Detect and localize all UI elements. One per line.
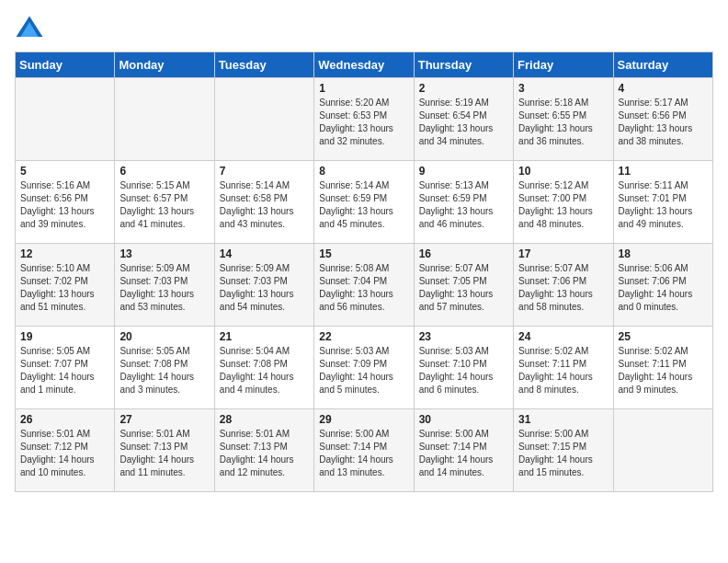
calendar-cell: 22Sunrise: 5:03 AMSunset: 7:09 PMDayligh… (314, 327, 414, 409)
logo-icon (15, 15, 44, 44)
calendar-week-row: 19Sunrise: 5:05 AMSunset: 7:07 PMDayligh… (16, 327, 713, 409)
day-info: Sunrise: 5:13 AMSunset: 6:59 PMDaylight:… (419, 179, 508, 231)
day-number: 21 (220, 330, 309, 343)
calendar-header: SundayMondayTuesdayWednesdayThursdayFrid… (16, 52, 713, 78)
page-header (15, 15, 713, 44)
calendar-cell: 30Sunrise: 5:00 AMSunset: 7:14 PMDayligh… (414, 409, 513, 492)
calendar-week-row: 12Sunrise: 5:10 AMSunset: 7:02 PMDayligh… (16, 244, 713, 327)
calendar-cell: 17Sunrise: 5:07 AMSunset: 7:06 PMDayligh… (514, 244, 613, 327)
day-number: 12 (20, 247, 109, 260)
day-info: Sunrise: 5:12 AMSunset: 7:00 PMDaylight:… (518, 179, 608, 231)
day-number: 14 (220, 247, 309, 260)
day-number: 27 (119, 413, 209, 426)
day-number: 28 (220, 413, 309, 426)
day-number: 5 (20, 165, 109, 178)
day-number: 22 (319, 330, 408, 343)
weekday-header: Tuesday (214, 52, 313, 78)
day-number: 6 (119, 165, 209, 178)
day-number: 3 (518, 82, 608, 95)
day-number: 16 (419, 247, 508, 260)
day-number: 1 (319, 82, 408, 95)
day-info: Sunrise: 5:04 AMSunset: 7:08 PMDaylight:… (220, 345, 309, 396)
calendar-cell: 14Sunrise: 5:09 AMSunset: 7:03 PMDayligh… (214, 244, 313, 327)
day-number: 11 (619, 165, 708, 178)
calendar-cell (115, 78, 214, 161)
day-info: Sunrise: 5:02 AMSunset: 7:11 PMDaylight:… (518, 345, 608, 396)
calendar-cell: 10Sunrise: 5:12 AMSunset: 7:00 PMDayligh… (514, 161, 613, 244)
day-number: 15 (319, 247, 408, 260)
day-number: 20 (119, 330, 209, 343)
calendar-cell: 20Sunrise: 5:05 AMSunset: 7:08 PMDayligh… (115, 327, 214, 409)
day-info: Sunrise: 5:06 AMSunset: 7:06 PMDaylight:… (619, 262, 708, 314)
weekday-header: Monday (115, 52, 214, 78)
day-info: Sunrise: 5:00 AMSunset: 7:15 PMDaylight:… (518, 428, 608, 479)
calendar-cell: 8Sunrise: 5:14 AMSunset: 6:59 PMDaylight… (314, 161, 414, 244)
day-info: Sunrise: 5:03 AMSunset: 7:10 PMDaylight:… (419, 345, 508, 396)
day-info: Sunrise: 5:16 AMSunset: 6:56 PMDaylight:… (20, 179, 109, 231)
day-info: Sunrise: 5:11 AMSunset: 7:01 PMDaylight:… (619, 179, 708, 231)
day-info: Sunrise: 5:10 AMSunset: 7:02 PMDaylight:… (20, 262, 109, 314)
day-number: 26 (20, 413, 109, 426)
day-number: 30 (419, 413, 508, 426)
day-info: Sunrise: 5:17 AMSunset: 6:56 PMDaylight:… (619, 97, 708, 148)
day-info: Sunrise: 5:09 AMSunset: 7:03 PMDaylight:… (119, 262, 209, 314)
day-number: 9 (419, 165, 508, 178)
day-number: 24 (518, 330, 608, 343)
day-number: 23 (419, 330, 508, 343)
day-info: Sunrise: 5:00 AMSunset: 7:14 PMDaylight:… (319, 428, 408, 479)
weekday-header: Saturday (613, 52, 712, 78)
day-number: 17 (518, 247, 608, 260)
day-info: Sunrise: 5:02 AMSunset: 7:11 PMDaylight:… (619, 345, 708, 396)
calendar-body: 1Sunrise: 5:20 AMSunset: 6:53 PMDaylight… (16, 78, 713, 492)
calendar-cell: 7Sunrise: 5:14 AMSunset: 6:58 PMDaylight… (214, 161, 313, 244)
day-info: Sunrise: 5:14 AMSunset: 6:59 PMDaylight:… (319, 179, 408, 231)
day-info: Sunrise: 5:08 AMSunset: 7:04 PMDaylight:… (319, 262, 408, 314)
day-info: Sunrise: 5:14 AMSunset: 6:58 PMDaylight:… (220, 179, 309, 231)
calendar-cell: 25Sunrise: 5:02 AMSunset: 7:11 PMDayligh… (613, 327, 712, 409)
day-info: Sunrise: 5:15 AMSunset: 6:57 PMDaylight:… (119, 179, 209, 231)
weekday-header: Thursday (414, 52, 513, 78)
calendar-cell: 9Sunrise: 5:13 AMSunset: 6:59 PMDaylight… (414, 161, 513, 244)
day-info: Sunrise: 5:19 AMSunset: 6:54 PMDaylight:… (419, 97, 508, 148)
calendar-week-row: 26Sunrise: 5:01 AMSunset: 7:12 PMDayligh… (16, 409, 713, 492)
day-info: Sunrise: 5:05 AMSunset: 7:08 PMDaylight:… (119, 345, 209, 396)
calendar-cell (214, 78, 313, 161)
calendar-cell: 2Sunrise: 5:19 AMSunset: 6:54 PMDaylight… (414, 78, 513, 161)
calendar-cell: 3Sunrise: 5:18 AMSunset: 6:55 PMDaylight… (514, 78, 613, 161)
weekday-header: Friday (514, 52, 613, 78)
calendar-week-row: 5Sunrise: 5:16 AMSunset: 6:56 PMDaylight… (16, 161, 713, 244)
calendar-table: SundayMondayTuesdayWednesdayThursdayFrid… (15, 52, 713, 492)
day-number: 8 (319, 165, 408, 178)
calendar-week-row: 1Sunrise: 5:20 AMSunset: 6:53 PMDaylight… (16, 78, 713, 161)
calendar-cell: 15Sunrise: 5:08 AMSunset: 7:04 PMDayligh… (314, 244, 414, 327)
calendar-cell (16, 78, 115, 161)
day-number: 29 (319, 413, 408, 426)
calendar-cell: 24Sunrise: 5:02 AMSunset: 7:11 PMDayligh… (514, 327, 613, 409)
calendar-cell: 1Sunrise: 5:20 AMSunset: 6:53 PMDaylight… (314, 78, 414, 161)
day-number: 7 (220, 165, 309, 178)
calendar-cell: 21Sunrise: 5:04 AMSunset: 7:08 PMDayligh… (214, 327, 313, 409)
calendar-cell: 5Sunrise: 5:16 AMSunset: 6:56 PMDaylight… (16, 161, 115, 244)
day-info: Sunrise: 5:07 AMSunset: 7:06 PMDaylight:… (518, 262, 608, 314)
calendar-cell: 12Sunrise: 5:10 AMSunset: 7:02 PMDayligh… (16, 244, 115, 327)
day-info: Sunrise: 5:01 AMSunset: 7:13 PMDaylight:… (220, 428, 309, 479)
weekday-header: Sunday (16, 52, 115, 78)
calendar-cell: 31Sunrise: 5:00 AMSunset: 7:15 PMDayligh… (514, 409, 613, 492)
day-number: 4 (619, 82, 708, 95)
day-info: Sunrise: 5:01 AMSunset: 7:13 PMDaylight:… (119, 428, 209, 479)
day-info: Sunrise: 5:18 AMSunset: 6:55 PMDaylight:… (518, 97, 608, 148)
day-number: 2 (419, 82, 508, 95)
calendar-cell: 29Sunrise: 5:00 AMSunset: 7:14 PMDayligh… (314, 409, 414, 492)
calendar-cell (613, 409, 712, 492)
calendar-cell: 26Sunrise: 5:01 AMSunset: 7:12 PMDayligh… (16, 409, 115, 492)
day-info: Sunrise: 5:05 AMSunset: 7:07 PMDaylight:… (20, 345, 109, 396)
calendar-cell: 11Sunrise: 5:11 AMSunset: 7:01 PMDayligh… (613, 161, 712, 244)
calendar-cell: 4Sunrise: 5:17 AMSunset: 6:56 PMDaylight… (613, 78, 712, 161)
day-number: 25 (619, 330, 708, 343)
calendar-cell: 28Sunrise: 5:01 AMSunset: 7:13 PMDayligh… (214, 409, 313, 492)
logo (15, 15, 48, 44)
calendar-cell: 18Sunrise: 5:06 AMSunset: 7:06 PMDayligh… (613, 244, 712, 327)
day-info: Sunrise: 5:20 AMSunset: 6:53 PMDaylight:… (319, 97, 408, 148)
calendar-cell: 23Sunrise: 5:03 AMSunset: 7:10 PMDayligh… (414, 327, 513, 409)
day-info: Sunrise: 5:09 AMSunset: 7:03 PMDaylight:… (220, 262, 309, 314)
